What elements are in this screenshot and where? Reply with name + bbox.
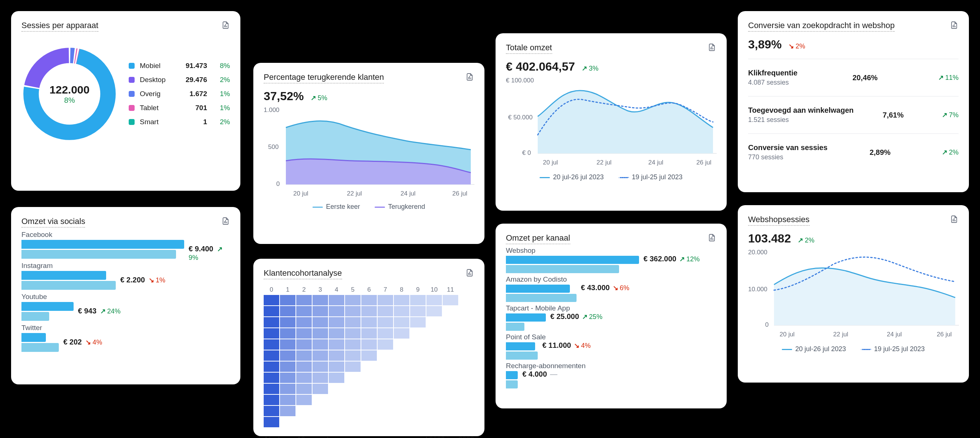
channel-title: Omzet per kanaal: [506, 233, 570, 244]
channel-row: Tapcart - Mobile App € 25.000↗25%: [506, 304, 716, 331]
searchconv-delta: ↘2%: [788, 43, 805, 50]
device-legend-row: Tablet 701 1%: [129, 101, 230, 115]
device-legend-row: Desktop 29.476 2%: [129, 73, 230, 87]
report-icon[interactable]: [708, 233, 716, 242]
device-total-pct: 8%: [64, 96, 75, 105]
card-returning-customers: Percentage terugkerende klanten 37,52% ↗…: [253, 63, 484, 244]
svg-text:24 jul: 24 jul: [401, 190, 416, 197]
report-icon[interactable]: [465, 268, 474, 277]
sessions-chart: 20.000 10.000 0 20 jul 22 jul 24 jul 26 …: [748, 248, 959, 340]
searchconv-rows: Klikfrequentie4.087 sessies 20,46% ↗11%T…: [748, 59, 959, 171]
socials-row: Facebook € 9.400↗9%: [21, 231, 230, 259]
cohort-title: Klantencohortanalyse: [264, 268, 342, 279]
total-rev-delta: ↗3%: [582, 65, 598, 72]
card-webshop-sessions: Webshopsessies 103.482 ↗2% 20.000 10.000…: [738, 205, 969, 382]
searchconv-title: Conversie van zoekopdracht in webshop: [748, 21, 894, 32]
total-rev-legend: 20 jul-26 jul 2023 19 jul-25 jul 2023: [506, 173, 716, 181]
svg-text:22 jul: 22 jul: [347, 190, 362, 197]
svg-text:24 jul: 24 jul: [648, 159, 663, 166]
svg-text:24 jul: 24 jul: [887, 331, 902, 338]
report-icon[interactable]: [221, 21, 230, 30]
svg-text:20.000: 20.000: [748, 249, 767, 256]
card-socials-revenue: Omzet via socials Facebook € 9.400↗9%Ins…: [11, 207, 240, 384]
searchconv-big: 3,89%: [748, 38, 782, 51]
socials-row: Instagram € 2.200↘1%: [21, 262, 230, 290]
device-donut: 122.000 8%: [21, 46, 118, 142]
sessions-delta: ↗2%: [798, 236, 815, 244]
returning-title: Percentage terugkerende klanten: [264, 73, 384, 84]
total-rev-big: € 402.064,57: [506, 60, 575, 73]
searchconv-row: Conversie van sessies770 sessies 2,89% ↗…: [748, 133, 959, 171]
sessions-big: 103.482: [748, 232, 791, 246]
svg-text:20 jul: 20 jul: [293, 190, 309, 197]
device-total: 122.000: [49, 84, 89, 96]
card-search-conversion: Conversie van zoekopdracht in webshop 3,…: [738, 11, 969, 192]
socials-row: Youtube € 943↗24%: [21, 293, 230, 321]
returning-delta: ↗5%: [311, 94, 327, 102]
channel-row: Point of Sale € 11.000↘4%: [506, 333, 716, 360]
svg-text:26 jul: 26 jul: [696, 159, 711, 166]
report-icon[interactable]: [950, 21, 959, 30]
total-rev-title: Totale omzet: [506, 43, 552, 54]
report-icon[interactable]: [708, 43, 716, 52]
svg-text:1.000: 1.000: [264, 106, 280, 113]
svg-text:0: 0: [276, 180, 280, 187]
socials-title: Omzet via socials: [21, 217, 85, 228]
svg-text:22 jul: 22 jul: [833, 331, 848, 338]
returning-big: 37,52%: [264, 89, 304, 103]
card-cohort: Klantencohortanalyse 01234567891011 Afge…: [253, 259, 484, 436]
searchconv-row: Toegevoegd aan winkelwagen1.521 sessies …: [748, 96, 959, 133]
channel-row: Recharge-abonnementen € 4.000—: [506, 362, 716, 389]
report-icon[interactable]: [950, 215, 959, 224]
channel-row: Webshop € 362.000↗12%: [506, 246, 716, 273]
cohort-footer-right: jul 2022-jun 2023: [420, 435, 474, 438]
socials-bars: Facebook € 9.400↗9%Instagram € 2.200↘1%Y…: [21, 231, 230, 352]
device-legend-row: Mobiel 91.473 8%: [129, 59, 230, 73]
svg-text:0: 0: [765, 321, 768, 328]
report-icon[interactable]: [465, 73, 474, 81]
svg-text:10.000: 10.000: [748, 286, 767, 293]
svg-text:€ 100.000: € 100.000: [506, 77, 534, 84]
report-icon[interactable]: [221, 217, 230, 225]
total-rev-chart: € 100.000 € 50.000 € 0 20 jul 22 jul 24 …: [506, 76, 717, 168]
cohort-heatmap: [264, 295, 474, 427]
sessions-legend: 20 jul-26 jul 2023 19 jul-25 jul 2023: [748, 345, 959, 353]
device-legend: Mobiel 91.473 8% Desktop 29.476 2% Overi…: [129, 59, 230, 129]
device-legend-row: Smart 1 2%: [129, 115, 230, 129]
card-channel-revenue: Omzet per kanaal Webshop € 362.000↗12%Am…: [496, 224, 727, 408]
channel-row: Amazon by Codisto € 43.000↘6%: [506, 275, 716, 302]
searchconv-row: Klikfrequentie4.087 sessies 20,46% ↗11%: [748, 59, 959, 96]
svg-text:26 jul: 26 jul: [452, 190, 468, 197]
device-legend-row: Overig 1.672 1%: [129, 87, 230, 101]
cohort-header: 01234567891011: [264, 286, 474, 294]
sessions-title: Webshopsessies: [748, 215, 810, 226]
svg-text:500: 500: [268, 143, 278, 151]
socials-row: Twitter € 202↘4%: [21, 324, 230, 352]
svg-text:20 jul: 20 jul: [780, 331, 795, 338]
svg-text:€ 50.000: € 50.000: [508, 114, 533, 121]
sessions-device-title: Sessies per apparaat: [21, 21, 99, 32]
channel-bars: Webshop € 362.000↗12%Amazon by Codisto €…: [506, 246, 716, 389]
svg-text:€ 0: € 0: [522, 149, 531, 156]
svg-text:22 jul: 22 jul: [597, 159, 612, 166]
card-sessions-per-device: Sessies per apparaat: [11, 11, 240, 191]
svg-text:20 jul: 20 jul: [543, 159, 558, 166]
card-total-revenue: Totale omzet € 402.064,57 ↗3% € 100.000 …: [496, 33, 727, 211]
cohort-footer-left: Afgelopen 12 maanden: [264, 435, 337, 438]
returning-legend: Eerste keer Terugkerend: [264, 203, 474, 211]
returning-chart: 1.000 500 0 20 jul 22 jul 24 jul 26 jul: [264, 105, 474, 198]
svg-text:26 jul: 26 jul: [937, 331, 952, 338]
